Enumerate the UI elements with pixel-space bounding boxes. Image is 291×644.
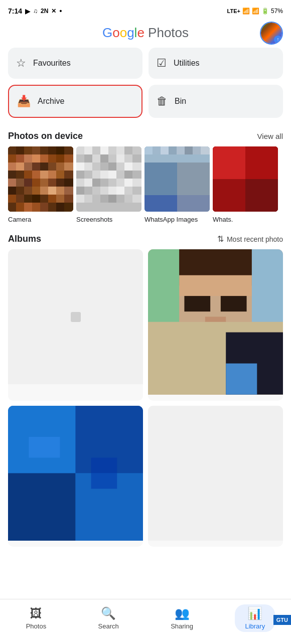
svg-rect-124 <box>144 146 153 154</box>
device-photos-row: Camera <box>0 146 291 227</box>
view-all-link[interactable]: View all <box>257 132 283 140</box>
svg-rect-58 <box>16 203 24 212</box>
album-card-3[interactable] <box>8 406 143 547</box>
sort-button[interactable]: ⇅ Most recent photo <box>217 234 283 244</box>
svg-rect-38 <box>48 179 56 187</box>
wifi-icon: 📶 <box>242 8 250 15</box>
svg-rect-80 <box>124 154 132 163</box>
svg-rect-79 <box>116 154 124 163</box>
nav-library[interactable]: 📊 Library <box>235 604 275 632</box>
device-album-screenshots[interactable]: Screenshots <box>76 146 141 224</box>
bin-button[interactable]: 🗑 Bin <box>149 85 283 118</box>
svg-rect-92 <box>92 171 100 179</box>
svg-rect-8 <box>64 146 73 154</box>
svg-rect-83 <box>84 163 92 171</box>
battery-percent: 57% <box>271 8 283 15</box>
archive-button[interactable]: 📥 Archive <box>8 85 142 118</box>
photos-on-device-header: Photos on device View all <box>0 124 291 146</box>
svg-rect-100 <box>92 179 100 187</box>
svg-rect-76 <box>92 154 100 163</box>
svg-rect-1 <box>8 146 16 154</box>
svg-rect-102 <box>108 179 116 187</box>
trash-icon: 🗑 <box>157 95 168 108</box>
svg-rect-84 <box>92 163 100 171</box>
nav-photos-label: Photos <box>26 622 46 630</box>
svg-rect-44 <box>32 187 40 195</box>
svg-rect-57 <box>8 203 16 212</box>
svg-rect-108 <box>92 187 100 195</box>
whatsapp-label: WhatsApp Images <box>144 216 198 223</box>
svg-rect-140 <box>245 179 278 212</box>
avatar[interactable]: ↑ <box>260 22 283 45</box>
svg-rect-13 <box>40 154 48 163</box>
svg-rect-37 <box>40 179 48 187</box>
svg-rect-10 <box>16 154 24 163</box>
svg-rect-19 <box>24 163 32 171</box>
network-icon: 2N <box>41 8 48 15</box>
device-album-whatsapp[interactable]: WhatsApp Images <box>144 146 210 224</box>
svg-rect-50 <box>16 195 24 203</box>
svg-rect-47 <box>56 187 64 195</box>
albums-title: Albums <box>8 234 41 244</box>
svg-rect-53 <box>40 195 48 203</box>
main-content: 7:14 ▶ ♫ 2N ✕ • LTE+ 📶 📶 🔋 57% Google Ph… <box>0 0 291 592</box>
svg-rect-41 <box>8 187 16 195</box>
photo-icon: 🖼 <box>30 606 42 620</box>
app-header: Google Photos ↑ <box>0 20 291 48</box>
device-album-camera[interactable]: Camera <box>8 146 73 224</box>
nav-sharing[interactable]: 👥 Sharing <box>161 604 203 632</box>
svg-rect-3 <box>24 146 32 154</box>
album-card-2[interactable] <box>148 249 283 401</box>
nav-photos[interactable]: 🖼 Photos <box>16 604 56 632</box>
svg-rect-133 <box>177 163 210 195</box>
svg-rect-70 <box>108 146 116 154</box>
watermark: GTU <box>273 615 291 625</box>
svg-rect-35 <box>24 179 32 187</box>
battery-icon: 🔋 <box>261 8 269 15</box>
svg-rect-97 <box>132 171 141 179</box>
svg-rect-31 <box>56 171 64 179</box>
album-thumb-2 <box>148 249 283 395</box>
album-card-4[interactable] <box>148 406 283 547</box>
svg-rect-139 <box>213 179 245 212</box>
album-thumb-1 <box>8 249 143 384</box>
svg-rect-105 <box>132 179 141 187</box>
svg-rect-34 <box>16 179 24 187</box>
svg-rect-128 <box>177 146 185 154</box>
svg-rect-143 <box>179 275 252 296</box>
svg-rect-126 <box>161 146 169 154</box>
favourites-button[interactable]: ☆ Favourites <box>8 48 142 79</box>
svg-rect-94 <box>108 171 116 179</box>
svg-rect-43 <box>24 187 32 195</box>
svg-rect-154 <box>226 364 257 395</box>
youtube-icon: ▶ <box>25 8 30 15</box>
svg-rect-51 <box>24 195 32 203</box>
svg-rect-69 <box>100 146 108 154</box>
google-photos-logo: Google Photos <box>102 25 189 41</box>
svg-rect-160 <box>29 437 60 457</box>
album-card-1[interactable] <box>8 249 143 401</box>
svg-rect-23 <box>56 163 64 171</box>
svg-rect-106 <box>76 187 84 195</box>
svg-rect-117 <box>100 195 108 203</box>
svg-rect-59 <box>24 203 32 212</box>
svg-rect-78 <box>108 154 116 163</box>
status-left: 7:14 ▶ ♫ 2N ✕ • <box>8 7 62 15</box>
svg-rect-27 <box>24 171 32 179</box>
svg-rect-96 <box>124 171 132 179</box>
svg-rect-86 <box>108 163 116 171</box>
extra-thumb <box>213 146 278 212</box>
svg-rect-129 <box>185 146 193 154</box>
svg-rect-56 <box>64 195 73 203</box>
svg-rect-67 <box>84 146 92 154</box>
nav-search[interactable]: 🔍 Search <box>88 604 129 632</box>
svg-rect-39 <box>56 179 64 187</box>
svg-rect-26 <box>16 171 24 179</box>
album-info-3 <box>8 541 143 547</box>
svg-rect-103 <box>116 179 124 187</box>
utilities-button[interactable]: ☑ Utilities <box>149 48 283 79</box>
quick-actions-grid: ☆ Favourites ☑ Utilities 📥 Archive 🗑 Bin <box>0 48 291 124</box>
bottom-nav: 🖼 Photos 🔍 Search 👥 Sharing 📊 Library <box>0 599 291 644</box>
svg-rect-22 <box>48 163 56 171</box>
device-album-extra[interactable]: Whats. <box>213 146 278 224</box>
